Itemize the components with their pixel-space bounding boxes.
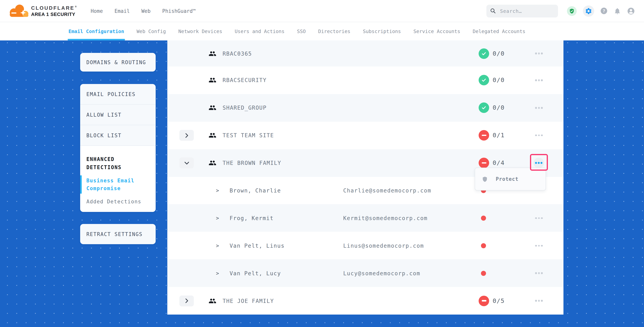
member-count: 0/1 [493,132,505,139]
status-ok-icon [478,48,489,59]
row-menu-button[interactable] [532,266,546,281]
group-name: RBAC0365 [222,50,252,56]
member-count: 0/0 [493,50,505,57]
sidebar-item-added-detections[interactable]: Added Detections [86,198,150,206]
member-name: Van Pelt, Lucy [230,270,281,276]
top-nav-phishguard[interactable]: PhishGuard™ [162,8,196,14]
group-name: THE JOE FAMILY [222,298,274,304]
member-count: 0/0 [493,77,505,84]
top-nav: HomeEmailWebPhishGuard™ [91,8,196,14]
member-chevron-icon[interactable]: > [216,215,219,221]
tab-sso[interactable]: SSO [297,22,306,40]
member-count: 0/5 [493,297,505,304]
sidebar-item-domains-routing[interactable]: DOMAINS & ROUTING [80,53,156,71]
shield-check-icon[interactable] [567,6,577,16]
top-nav-home[interactable]: Home [91,8,103,14]
search-box[interactable] [486,4,558,17]
status-blocked-icon [478,296,489,306]
cloudflare-logo[interactable]: CLOUDFLARE® AREA 1 SECURITY [0,4,77,17]
tab-users-and-actions[interactable]: Users and Actions [235,22,284,40]
group-icon [208,131,216,139]
group-icon [208,104,216,112]
tab-directories[interactable]: Directories [318,22,350,40]
group-row: THE JOE FAMILY0/5 [167,287,564,315]
row-menu-button[interactable] [532,100,546,115]
row-menu-button[interactable] [532,128,546,143]
shield-icon [482,176,488,182]
status-ok-icon [478,75,489,85]
notifications-bell-icon[interactable] [614,7,621,14]
member-chevron-icon[interactable]: > [216,188,219,193]
app-root: CLOUDFLARE® AREA 1 SECURITY HomeEmailWeb… [0,0,644,327]
status-blocked-icon [478,130,489,141]
sidebar-item-business-email-compromise[interactable]: Business Email Compromise [86,177,150,192]
protect-menu-label: Protect [496,176,518,182]
member-count: 0/4 [493,159,505,166]
tab-delegated-accounts[interactable]: Delegated Accounts [472,22,525,40]
member-chevron-icon[interactable]: > [216,270,219,276]
status-alert-dot [481,243,486,248]
help-icon[interactable]: ? [600,7,608,15]
group-icon [208,159,216,167]
group-row: RBACSECURITY0/0 [167,66,564,94]
status-alert-dot [481,271,486,276]
cloudflare-cloud-icon [8,4,28,17]
member-chevron-icon[interactable]: > [216,243,219,249]
search-icon [490,8,496,13]
member-name: Van Pelt, Linus [230,243,285,249]
sidebar-item-enhanced-detections[interactable]: ENHANCED DETECTIONS [86,155,150,171]
group-name: TEST TEAM SITE [222,132,274,138]
protect-menu-item[interactable]: Protect [475,168,546,190]
member-email: Linus@somedemocorp.com [343,243,424,249]
member-name: Frog, Kermit [230,215,274,221]
user-avatar-icon[interactable] [627,7,635,15]
member-name: Brown, Charlie [230,187,281,194]
svg-text:?: ? [602,8,605,13]
top-header: CLOUDFLARE® AREA 1 SECURITY HomeEmailWeb… [0,0,644,22]
row-action-menu: Protect [475,168,546,191]
group-row: SHARED_GROUP0/0 [167,94,564,122]
expand-button[interactable] [180,295,194,306]
member-email: Kermit@somedemocorp.com [343,215,428,221]
tab-network-devices[interactable]: Network Devices [178,22,222,40]
tab-bar: Email ConfigurationWeb ConfigNetwork Dev… [0,22,644,40]
group-name: RBACSECURITY [222,77,266,83]
row-menu-button[interactable] [532,73,546,88]
row-menu-button[interactable] [534,158,544,168]
member-email: Charlie@somedemocorp.com [343,187,431,194]
settings-gear-icon[interactable] [583,5,594,16]
tab-email-configuration[interactable]: Email Configuration [68,22,124,40]
group-icon [208,49,216,57]
member-row: >Van Pelt, LucyLucy@somedemocorp.com [167,259,564,287]
group-row: RBAC03650/0 [167,40,564,66]
registered-mark: ® [75,5,77,7]
status-alert-dot [481,216,486,221]
member-row: >Van Pelt, LinusLinus@somedemocorp.com [167,232,564,260]
top-nav-email[interactable]: Email [114,8,130,14]
group-name: THE BROWN FAMILY [222,160,281,166]
member-email: Lucy@somedemocorp.com [343,270,420,276]
brand-name: CLOUDFLARE® [31,5,77,10]
sidebar-item-block-list[interactable]: BLOCK LIST [80,125,156,146]
expand-button[interactable] [180,130,194,141]
row-menu-button[interactable] [532,211,546,226]
row-menu-button[interactable] [532,238,546,253]
row-menu-button[interactable] [532,293,546,308]
sidebar-item-email-policies[interactable]: EMAIL POLICIES [80,84,156,105]
group-name: SHARED_GROUP [222,105,266,111]
top-nav-web[interactable]: Web [142,8,150,14]
expand-button[interactable] [180,157,194,168]
tab-subscriptions[interactable]: Subscriptions [363,22,401,40]
tab-web-config[interactable]: Web Config [136,22,166,40]
group-icon [208,76,216,84]
sidebar-item-retract-settings[interactable]: RETRACT SETTINGS [80,224,156,244]
search-input[interactable] [499,7,544,14]
status-blocked-icon [478,158,489,168]
sidebar-item-allow-list[interactable]: ALLOW LIST [80,105,156,125]
member-count: 0/0 [493,104,505,111]
sidebar-card-retract-settings: RETRACT SETTINGS [80,224,156,244]
row-menu-button[interactable] [532,46,546,61]
sidebar-section-enhanced-detections: ENHANCED DETECTIONS Business Email Compr… [80,146,156,212]
tab-service-accounts[interactable]: Service Accounts [414,22,460,40]
member-row: >Frog, KermitKermit@somedemocorp.com [167,204,564,232]
